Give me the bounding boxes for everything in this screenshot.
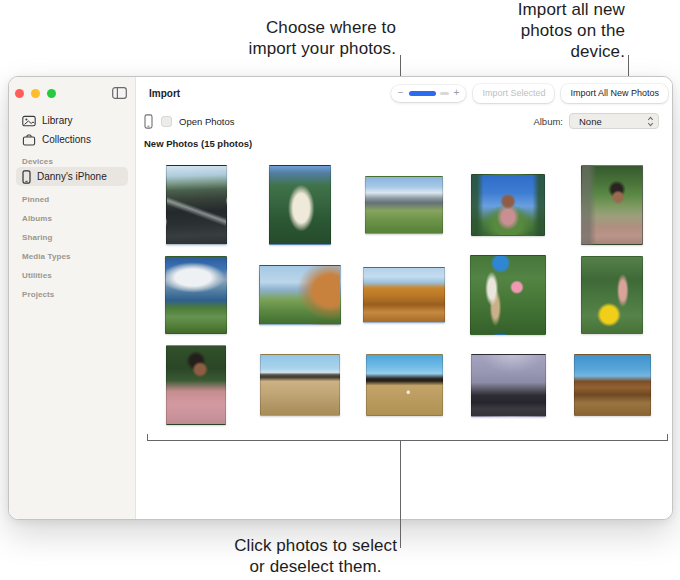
photo-cell [560, 340, 664, 430]
library-icon [22, 115, 36, 127]
photo-thumbnail-cloud-field[interactable] [165, 256, 227, 334]
photo-thumbnail-hillside[interactable] [259, 265, 341, 325]
photo-thumbnail-canyon[interactable] [363, 267, 445, 323]
sidebar-section-projects[interactable]: Projects [16, 288, 128, 300]
sidebar-sections: PinnedAlbumsSharingMedia TypesUtilitiesP… [16, 193, 128, 300]
open-photos-checkbox[interactable] [161, 116, 172, 127]
minimize-button[interactable] [31, 89, 40, 98]
sidebar-section-media-types[interactable]: Media Types [16, 250, 128, 262]
album-label: Album: [533, 116, 563, 127]
bracket-line [147, 440, 668, 441]
window-title: Import [149, 88, 180, 99]
annotation-click-photos: Click photos to select or deselect them. [234, 535, 397, 577]
photo-thumbnail-rock-formations[interactable] [574, 354, 651, 416]
sidebar-item-dannys-iphone[interactable]: Danny's iPhone [16, 167, 128, 186]
slider-remainder [440, 92, 449, 95]
annotation-choose-where: Choose where to import your photos. [249, 17, 396, 59]
slider-fill [409, 91, 436, 96]
photo-cell [248, 160, 352, 250]
album-dropdown[interactable]: None [569, 113, 659, 129]
bracket-tick-left [147, 434, 148, 440]
sidebar-section-sharing[interactable]: Sharing [16, 231, 128, 243]
iphone-icon [22, 170, 31, 184]
thumbnail-zoom-slider[interactable]: − + [391, 85, 467, 102]
zoom-in-icon[interactable]: + [454, 88, 460, 98]
open-photos-label: Open Photos [179, 116, 234, 127]
sidebar: Library Collections Devices Danny's iPho… [9, 77, 136, 519]
photo-cell [352, 160, 456, 250]
photo-cell [144, 250, 248, 340]
sidebar-item-label: Library [42, 115, 73, 126]
photo-thumbnail-smiling-woman[interactable] [471, 174, 545, 236]
photo-thumbnail-mountains[interactable] [365, 176, 443, 234]
photo-cell [352, 250, 456, 340]
photo-cell [456, 160, 560, 250]
photo-cell [248, 250, 352, 340]
fullscreen-button[interactable] [47, 89, 56, 98]
stepper-chevrons-icon [647, 116, 654, 127]
import-all-new-photos-button[interactable]: Import All New Photos [561, 84, 668, 103]
photo-cell [560, 160, 664, 250]
device-icon [144, 114, 153, 129]
sidebar-item-label: Collections [42, 134, 91, 145]
zoom-out-icon[interactable]: − [398, 88, 404, 98]
sidebar-header-devices: Devices [16, 155, 128, 167]
collections-icon [22, 134, 36, 146]
photo-grid [136, 151, 672, 519]
new-photos-heading: New Photos (15 photos) [136, 133, 672, 151]
photo-cell [352, 340, 456, 430]
photo-row [144, 160, 664, 250]
sidebar-nav: Library Collections Devices Danny's iPho… [9, 107, 135, 300]
sidebar-item-library[interactable]: Library [16, 111, 128, 130]
slider-track[interactable] [409, 91, 449, 96]
traffic-lights [15, 89, 56, 98]
import-options-bar: Open Photos Album: None [136, 107, 672, 133]
photo-thumbnail-dog[interactable] [269, 165, 331, 245]
photos-app-window: Library Collections Devices Danny's iPho… [8, 76, 673, 520]
photo-row [144, 250, 664, 340]
sidebar-section-albums[interactable]: Albums [16, 212, 128, 224]
photo-cell [456, 250, 560, 340]
sidebar-section-utilities[interactable]: Utilities [16, 269, 128, 281]
photo-thumbnail-yellow-ball[interactable] [581, 256, 643, 334]
close-button[interactable] [15, 89, 24, 98]
sidebar-titlebar [9, 77, 135, 107]
album-selected-value: None [579, 116, 602, 127]
photo-thumbnail-pink-hoodie[interactable] [166, 345, 226, 425]
sidebar-section-pinned[interactable]: Pinned [16, 193, 128, 205]
sidebar-item-collections[interactable]: Collections [16, 130, 128, 149]
main-content: Import − + Import Selected Import All Ne… [136, 77, 672, 519]
device-name-label: Danny's iPhone [37, 171, 107, 182]
photo-cell [560, 250, 664, 340]
import-selected-button[interactable]: Import Selected [473, 84, 554, 103]
photo-thumbnail-beach[interactable] [166, 165, 227, 245]
photo-cell [144, 160, 248, 250]
photo-thumbnail-girl-couch[interactable] [581, 165, 643, 245]
bracket-tick-right [667, 434, 668, 440]
photo-thumbnail-balloons[interactable] [470, 255, 546, 335]
photo-cell [248, 340, 352, 430]
annotation-import-all: Import all new photos on the device. [518, 0, 625, 62]
photo-cell [456, 340, 560, 430]
callout-line-click-photos [400, 440, 401, 548]
photo-row [144, 340, 664, 430]
photo-cell [144, 340, 248, 430]
photo-thumbnail-desert-rock[interactable] [366, 354, 443, 416]
toolbar: Import − + Import Selected Import All Ne… [136, 77, 672, 107]
photo-thumbnail-cracked-desert[interactable] [260, 354, 340, 416]
photo-thumbnail-dusk-lake[interactable] [471, 354, 546, 417]
sidebar-toggle-icon[interactable] [112, 87, 127, 99]
